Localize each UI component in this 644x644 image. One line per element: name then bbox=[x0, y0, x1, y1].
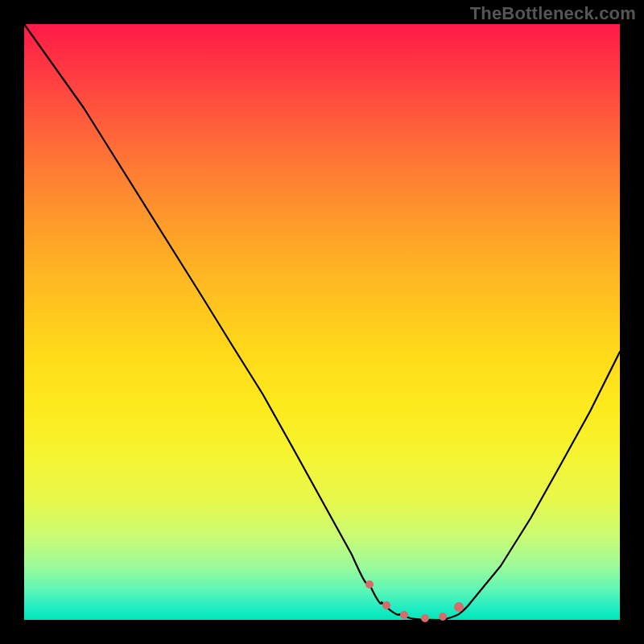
marker-flat-bottom-d bbox=[439, 613, 447, 621]
marker-flat-bottom-c bbox=[421, 614, 429, 622]
plot-area bbox=[24, 24, 620, 620]
marker-flat-bottom-b bbox=[400, 611, 408, 619]
marker-flat-bottom-a bbox=[382, 601, 390, 609]
bottleneck-curve bbox=[24, 24, 620, 620]
marker-flat-end bbox=[454, 602, 464, 612]
marker-flat-start bbox=[365, 580, 374, 588]
watermark-text: TheBottleneck.com bbox=[470, 3, 636, 24]
curve-svg bbox=[24, 24, 620, 620]
chart-stage: TheBottleneck.com bbox=[0, 0, 644, 644]
